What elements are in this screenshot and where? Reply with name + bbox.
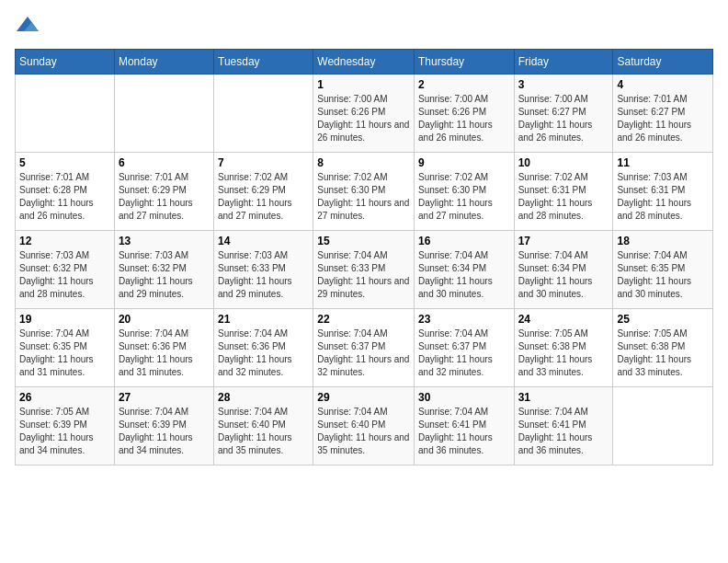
day-number: 30 bbox=[418, 391, 510, 404]
day-info: Sunrise: 7:03 AM Sunset: 6:32 PM Dayligh… bbox=[119, 249, 210, 301]
calendar-cell: 26Sunrise: 7:05 AM Sunset: 6:39 PM Dayli… bbox=[16, 387, 115, 465]
calendar-cell: 11Sunrise: 7:03 AM Sunset: 6:31 PM Dayli… bbox=[613, 153, 713, 231]
day-number: 14 bbox=[218, 235, 309, 247]
day-info: Sunrise: 7:04 AM Sunset: 6:41 PM Dayligh… bbox=[418, 406, 510, 457]
calendar-cell: 15Sunrise: 7:04 AM Sunset: 6:33 PM Dayli… bbox=[313, 231, 415, 309]
day-info: Sunrise: 7:00 AM Sunset: 6:26 PM Dayligh… bbox=[317, 93, 410, 144]
calendar-cell bbox=[16, 75, 115, 153]
weekday-header-row: SundayMondayTuesdayWednesdayThursdayFrid… bbox=[16, 50, 713, 75]
logo-icon bbox=[17, 15, 39, 33]
weekday-header: Saturday bbox=[613, 50, 713, 75]
calendar-week-row: 12Sunrise: 7:03 AM Sunset: 6:32 PM Dayli… bbox=[16, 231, 713, 309]
day-number: 15 bbox=[317, 235, 410, 247]
calendar-cell: 4Sunrise: 7:01 AM Sunset: 6:27 PM Daylig… bbox=[613, 75, 713, 153]
calendar-cell: 24Sunrise: 7:05 AM Sunset: 6:38 PM Dayli… bbox=[514, 309, 613, 387]
day-info: Sunrise: 7:02 AM Sunset: 6:31 PM Dayligh… bbox=[518, 171, 609, 223]
day-number: 12 bbox=[19, 235, 110, 247]
day-info: Sunrise: 7:04 AM Sunset: 6:33 PM Dayligh… bbox=[317, 249, 410, 301]
calendar-cell: 8Sunrise: 7:02 AM Sunset: 6:30 PM Daylig… bbox=[313, 153, 415, 231]
day-number: 6 bbox=[119, 156, 210, 169]
calendar-cell: 28Sunrise: 7:04 AM Sunset: 6:40 PM Dayli… bbox=[214, 387, 313, 465]
day-number: 21 bbox=[218, 313, 309, 326]
calendar-cell: 18Sunrise: 7:04 AM Sunset: 6:35 PM Dayli… bbox=[613, 231, 713, 309]
day-info: Sunrise: 7:04 AM Sunset: 6:41 PM Dayligh… bbox=[518, 406, 609, 457]
day-number: 31 bbox=[518, 391, 609, 404]
weekday-header: Tuesday bbox=[214, 50, 313, 75]
calendar-cell: 3Sunrise: 7:00 AM Sunset: 6:27 PM Daylig… bbox=[514, 75, 613, 153]
day-info: Sunrise: 7:04 AM Sunset: 6:40 PM Dayligh… bbox=[218, 406, 309, 457]
day-number: 1 bbox=[317, 78, 410, 91]
day-number: 26 bbox=[19, 391, 110, 404]
day-number: 5 bbox=[19, 156, 110, 169]
calendar-cell: 12Sunrise: 7:03 AM Sunset: 6:32 PM Dayli… bbox=[16, 231, 115, 309]
logo-text bbox=[15, 15, 39, 38]
day-number: 16 bbox=[418, 235, 510, 247]
calendar-cell: 19Sunrise: 7:04 AM Sunset: 6:35 PM Dayli… bbox=[16, 309, 115, 387]
weekday-header: Sunday bbox=[16, 50, 115, 75]
calendar-cell: 20Sunrise: 7:04 AM Sunset: 6:36 PM Dayli… bbox=[114, 309, 213, 387]
calendar-week-row: 1Sunrise: 7:00 AM Sunset: 6:26 PM Daylig… bbox=[16, 75, 713, 153]
day-info: Sunrise: 7:02 AM Sunset: 6:29 PM Dayligh… bbox=[218, 171, 309, 223]
day-info: Sunrise: 7:05 AM Sunset: 6:39 PM Dayligh… bbox=[19, 406, 110, 457]
calendar-cell: 13Sunrise: 7:03 AM Sunset: 6:32 PM Dayli… bbox=[114, 231, 213, 309]
calendar-cell: 30Sunrise: 7:04 AM Sunset: 6:41 PM Dayli… bbox=[415, 387, 515, 465]
calendar-cell: 17Sunrise: 7:04 AM Sunset: 6:34 PM Dayli… bbox=[514, 231, 613, 309]
calendar-cell: 23Sunrise: 7:04 AM Sunset: 6:37 PM Dayli… bbox=[415, 309, 515, 387]
day-number: 29 bbox=[317, 391, 410, 404]
calendar-cell: 31Sunrise: 7:04 AM Sunset: 6:41 PM Dayli… bbox=[514, 387, 613, 465]
calendar-cell: 21Sunrise: 7:04 AM Sunset: 6:36 PM Dayli… bbox=[214, 309, 313, 387]
weekday-header: Friday bbox=[514, 50, 613, 75]
day-number: 18 bbox=[617, 235, 709, 247]
calendar-cell: 5Sunrise: 7:01 AM Sunset: 6:28 PM Daylig… bbox=[16, 153, 115, 231]
day-number: 9 bbox=[418, 156, 510, 169]
calendar-cell: 22Sunrise: 7:04 AM Sunset: 6:37 PM Dayli… bbox=[313, 309, 415, 387]
day-number: 22 bbox=[317, 313, 410, 326]
day-info: Sunrise: 7:04 AM Sunset: 6:40 PM Dayligh… bbox=[317, 406, 410, 457]
day-info: Sunrise: 7:04 AM Sunset: 6:36 PM Dayligh… bbox=[218, 327, 309, 379]
day-number: 25 bbox=[617, 313, 709, 326]
day-info: Sunrise: 7:02 AM Sunset: 6:30 PM Dayligh… bbox=[317, 171, 410, 223]
calendar-week-row: 5Sunrise: 7:01 AM Sunset: 6:28 PM Daylig… bbox=[16, 153, 713, 231]
day-number: 10 bbox=[518, 156, 609, 169]
day-info: Sunrise: 7:04 AM Sunset: 6:39 PM Dayligh… bbox=[119, 406, 210, 457]
day-info: Sunrise: 7:05 AM Sunset: 6:38 PM Dayligh… bbox=[617, 327, 709, 379]
day-info: Sunrise: 7:04 AM Sunset: 6:37 PM Dayligh… bbox=[317, 327, 410, 379]
day-number: 8 bbox=[317, 156, 410, 169]
day-number: 19 bbox=[19, 313, 110, 326]
day-info: Sunrise: 7:04 AM Sunset: 6:35 PM Dayligh… bbox=[617, 249, 709, 301]
logo bbox=[15, 15, 39, 38]
day-number: 17 bbox=[518, 235, 609, 247]
day-info: Sunrise: 7:04 AM Sunset: 6:35 PM Dayligh… bbox=[19, 327, 110, 379]
calendar-cell bbox=[613, 387, 713, 465]
day-number: 27 bbox=[119, 391, 210, 404]
calendar-table: SundayMondayTuesdayWednesdayThursdayFrid… bbox=[15, 49, 713, 465]
day-info: Sunrise: 7:02 AM Sunset: 6:30 PM Dayligh… bbox=[418, 171, 510, 223]
day-number: 11 bbox=[617, 156, 709, 169]
weekday-header: Wednesday bbox=[313, 50, 415, 75]
day-info: Sunrise: 7:01 AM Sunset: 6:28 PM Dayligh… bbox=[19, 171, 110, 223]
day-info: Sunrise: 7:04 AM Sunset: 6:36 PM Dayligh… bbox=[119, 327, 210, 379]
day-info: Sunrise: 7:04 AM Sunset: 6:34 PM Dayligh… bbox=[518, 249, 609, 301]
calendar-cell bbox=[114, 75, 213, 153]
calendar-week-row: 26Sunrise: 7:05 AM Sunset: 6:39 PM Dayli… bbox=[16, 387, 713, 465]
weekday-header: Monday bbox=[114, 50, 213, 75]
day-number: 24 bbox=[518, 313, 609, 326]
calendar-cell bbox=[214, 75, 313, 153]
day-info: Sunrise: 7:05 AM Sunset: 6:38 PM Dayligh… bbox=[518, 327, 609, 379]
day-info: Sunrise: 7:04 AM Sunset: 6:37 PM Dayligh… bbox=[418, 327, 510, 379]
day-info: Sunrise: 7:03 AM Sunset: 6:33 PM Dayligh… bbox=[218, 249, 309, 301]
calendar-cell: 10Sunrise: 7:02 AM Sunset: 6:31 PM Dayli… bbox=[514, 153, 613, 231]
day-info: Sunrise: 7:03 AM Sunset: 6:32 PM Dayligh… bbox=[19, 249, 110, 301]
day-info: Sunrise: 7:00 AM Sunset: 6:27 PM Dayligh… bbox=[518, 93, 609, 144]
calendar-cell: 9Sunrise: 7:02 AM Sunset: 6:30 PM Daylig… bbox=[415, 153, 515, 231]
day-number: 4 bbox=[617, 78, 709, 91]
day-number: 13 bbox=[119, 235, 210, 247]
day-info: Sunrise: 7:01 AM Sunset: 6:27 PM Dayligh… bbox=[617, 93, 709, 144]
page-header bbox=[15, 15, 713, 38]
day-number: 20 bbox=[119, 313, 210, 326]
day-info: Sunrise: 7:01 AM Sunset: 6:29 PM Dayligh… bbox=[119, 171, 210, 223]
calendar-cell: 6Sunrise: 7:01 AM Sunset: 6:29 PM Daylig… bbox=[114, 153, 213, 231]
calendar-cell: 1Sunrise: 7:00 AM Sunset: 6:26 PM Daylig… bbox=[313, 75, 415, 153]
day-info: Sunrise: 7:00 AM Sunset: 6:26 PM Dayligh… bbox=[418, 93, 510, 144]
day-number: 7 bbox=[218, 156, 309, 169]
